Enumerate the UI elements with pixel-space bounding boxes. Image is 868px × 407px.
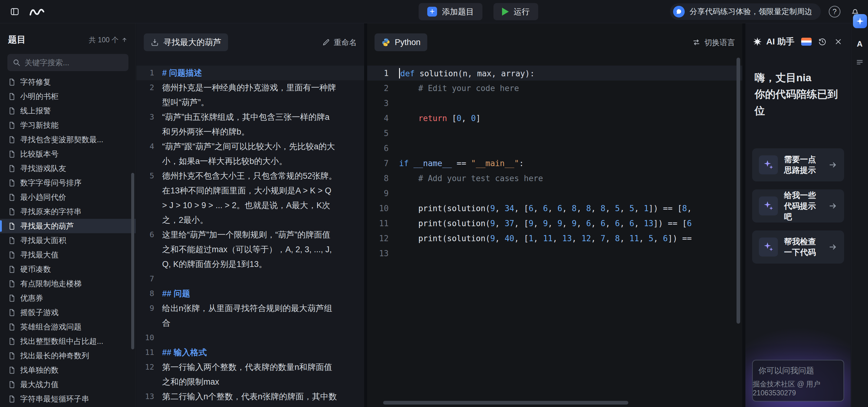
share-banner-text: 分享代码练习体验，领限量定制周边 [690,6,812,17]
sidebar-item[interactable]: 寻找游戏队友 [0,161,136,176]
markdown-line: 7 [136,272,364,286]
code-line[interactable]: 2 # Edit your code here [367,81,742,96]
document-icon [8,237,16,245]
ai-assistant-icon[interactable] [853,14,867,28]
add-problem-button[interactable]: + 添加题目 [419,3,483,20]
suggestion-label: 帮我检查一下代码 [784,236,822,258]
menu-lines-icon[interactable] [856,58,864,66]
document-icon [8,93,16,100]
sidebar-item[interactable]: 字符串最短循环子串 [0,392,136,406]
line-number: 7 [367,159,399,168]
line-number: 5 [136,168,162,227]
search-icon [12,58,21,67]
document-icon [8,265,16,273]
sidebar-item[interactable]: 数字字母问号排序 [0,176,136,190]
code-lines[interactable]: 1def solution(n, max, array):2 # Edit yo… [367,61,742,261]
plus-icon: + [427,7,437,17]
code-line[interactable]: 9 [367,186,742,201]
problem-count[interactable]: 共 100 个 [89,35,128,45]
document-icon [8,179,16,187]
document-icon [8,251,16,259]
switch-language-button[interactable]: 切换语言 [692,37,735,48]
sidebar-item[interactable]: 寻找最大面积 [0,233,136,248]
suggestion-label: 需要一点思路提示 [784,154,822,176]
line-number: 12 [367,234,399,243]
sidebar-item[interactable]: 英雄组合游戏问题 [0,320,136,334]
sidebar-item[interactable]: 找出最长的神奇数列 [0,348,136,363]
code-line[interactable]: 7if __name__ == "__main__": [367,156,742,171]
document-icon [8,193,16,201]
line-number: 2 [367,84,399,93]
sidebar-item[interactable]: 线上报警 [0,103,136,118]
ai-input-box[interactable]: 掘金技术社区 @ 用户21063530279 [752,360,844,402]
code-text: return [0, 0] [399,114,742,123]
rename-button[interactable]: 重命名 [322,37,357,48]
history-icon[interactable] [817,36,828,47]
document-icon [8,294,16,302]
code-line[interactable]: 12 print(solution(9, 40, [1, 11, 13, 12,… [367,231,742,246]
sidebar-scrollbar[interactable] [131,173,134,349]
sidebar-item[interactable]: 寻找最大的葫芦 [0,219,136,233]
description-lines[interactable]: 1# 问题描述2德州扑克是一种经典的扑克游戏，里面有一种牌型叫“葫芦”。3“葫芦… [136,61,364,407]
suggestion-label: 给我一些代码提示吧 [784,190,822,222]
ai-question-input[interactable] [758,366,838,375]
code-line[interactable]: 11 print(solution(9, 37, [9, 9, 9, 9, 6,… [367,216,742,231]
flag-icon[interactable] [801,38,812,46]
code-line[interactable]: 1def solution(n, max, array): [367,66,742,81]
sidebar-item-label: 比较版本号 [20,149,59,159]
markdown-line: 13第二行输入n个整数，代表n张牌的牌面，其中数字1代表牌面A，数字2到10分别… [136,389,364,407]
line-number: 2 [136,80,162,110]
markdown-text: “葫芦”跟“葫芦”之间可以比较大小，先比较a的大小，如果a一样大再比较b的大小。 [162,139,337,168]
sidebar-item-label: 小明的书柜 [20,91,59,101]
sidebar-item-label: 数字字母问号排序 [20,178,82,188]
code-line[interactable]: 3 [367,96,742,111]
share-banner[interactable]: 分享代码练习体验，领限量定制周边 [670,3,821,20]
sidebar-item[interactable]: 小明的书柜 [0,89,136,103]
language-chip[interactable]: Python [375,33,427,51]
sidebar-item[interactable]: 优惠券 [0,291,136,305]
greeting-line2: 你的代码陪练已到位 [754,86,842,119]
markdown-text: 德州扑克不包含大小王，只包含常规的52张牌。在13种不同的牌面里面，大小规则是A… [162,168,337,227]
code-line[interactable]: 10 print(solution(9, 34, [6, 6, 6, 8, 8,… [367,201,742,216]
sidebar-item[interactable]: 最小趋同代价 [0,190,136,205]
editor-horizontal-scrollbar[interactable] [383,401,628,405]
sidebar-item[interactable]: 比较版本号 [0,147,136,161]
ai-suggestion-card[interactable]: 需要一点思路提示 [752,148,844,182]
sidebar-item[interactable]: 摇骰子游戏 [0,305,136,320]
markdown-line: 11## 输入格式 [136,345,364,360]
close-icon[interactable] [833,36,843,47]
line-number: 3 [136,110,162,139]
sidebar-item[interactable]: 最大战力值 [0,377,136,392]
editor-vertical-scrollbar[interactable] [737,58,740,324]
problem-title-chip[interactable]: 寻找最大的葫芦 [144,33,228,51]
arrow-right-icon [828,243,837,252]
sidebar-item[interactable]: 寻找最大值 [0,248,136,262]
code-line[interactable]: 5 [367,126,742,141]
code-line[interactable]: 6 [367,141,742,156]
problem-sidebar: 题目 共 100 个 字符修复小明的书柜线上报警学习新技能寻找包含斐波那契数最.… [0,23,136,407]
sidebar-item[interactable]: 有点限制地走楼梯 [0,276,136,291]
greeting-line1: 嗨，丈目nia [754,69,842,86]
help-icon[interactable]: ? [829,6,840,18]
run-button[interactable]: 运行 [493,3,538,20]
sidebar-item[interactable]: 找单独的数 [0,363,136,377]
sidebar-item[interactable]: 学习新技能 [0,118,136,132]
code-line[interactable]: 4 return [0, 0] [367,111,742,126]
code-line[interactable]: 13 [367,246,742,261]
sidebar-item[interactable]: 找出整型数组中占比超... [0,334,136,348]
ai-suggestion-card[interactable]: 给我一些代码提示吧 [752,189,844,222]
code-line[interactable]: 8 # Add your test cases here [367,171,742,186]
sidebar-item[interactable]: 字符修复 [0,75,136,89]
avatar[interactable]: A [857,39,863,49]
markdown-line: 6这里给“葫芦”加一个限制规则，“葫芦”的牌面值之和不能超过max（可以等于），… [136,227,364,272]
sidebar-toggle-icon[interactable] [8,5,22,19]
sidebar-item[interactable]: 寻找包含斐波那契数最... [0,132,136,147]
sidebar-item[interactable]: 寻找原来的字符串 [0,205,136,219]
add-problem-label: 添加题目 [442,6,474,17]
rename-label: 重命名 [334,37,357,48]
sidebar-item-label: 硬币凑数 [20,264,51,274]
sidebar-item[interactable]: 硬币凑数 [0,262,136,276]
search-box[interactable] [7,54,128,71]
ai-suggestion-card[interactable]: 帮我检查一下代码 [752,230,844,263]
search-input[interactable] [25,58,124,67]
